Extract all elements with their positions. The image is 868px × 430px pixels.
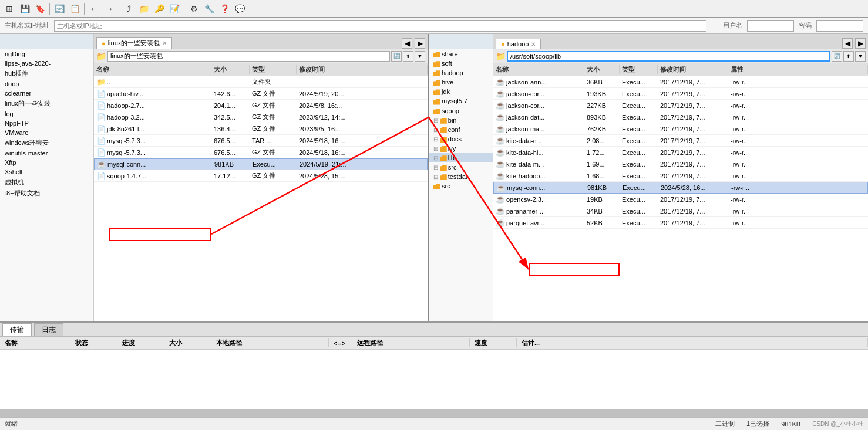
remote-sidebar-item[interactable]: ⊟ testdat [429,172,493,181]
left-file-row[interactable]: 📄 hadoop-3.2... 342.5... GZ 文件 2023/9/12… [94,111,428,123]
remote-sidebar-item[interactable]: ⊟ src [429,162,493,172]
settings-btn[interactable]: ⚙ [187,2,201,16]
right-path-up-btn[interactable]: ⬆ [843,51,854,62]
left-tab-active[interactable]: ● linux的一些安装包 ✕ [96,37,172,49]
remote-sidebar-item[interactable]: jdk [429,87,493,96]
credentials-area: 用户名 密码 [723,20,863,32]
left-sidebar-item[interactable]: cclearner [0,89,93,98]
folder-icon-sm [433,109,440,114]
back-btn[interactable]: ← [87,2,101,16]
left-file-row[interactable]: 📄 mysql-5.7.3... 676.5... TAR ... 2024/5… [94,135,428,147]
left-file-row[interactable]: 📄 hadoop-2.7... 204.1... GZ 文件 2024/5/8,… [94,100,428,111]
right-file-row[interactable]: ☕ kite-data-c... 2.08... Execu... 2017/1… [493,135,868,147]
right-file-row[interactable]: ☕ jackson-dat... 893KB Execu... 2017/12/… [493,111,868,123]
left-file-row[interactable]: 📄 sqoop-1.4.7... 17.12... GZ 文件 2024/5/2… [94,170,428,182]
file-name: jackson-cor... [506,102,544,109]
left-file-row[interactable]: 📄 apache-hiv... 142.6... GZ 文件 2024/5/19… [94,88,428,100]
right-file-row[interactable]: ☕ kite-hadoop... 1.68... Execu... 2017/1… [493,170,868,182]
left-sidebar-item[interactable]: VMware [0,128,93,137]
right-file-row[interactable]: ☕ jackson-ma... 762KB Execu... 2017/12/1… [493,123,868,135]
right-path-refresh-btn[interactable]: 🔄 [832,51,842,62]
left-sidebar-item[interactable]: 虚拟机 [0,177,93,188]
right-folder-icon-btn[interactable]: 📁 [496,52,506,61]
save-btn[interactable]: 💾 [18,2,32,16]
left-sidebar-item[interactable]: winutils-master [0,148,93,158]
remote-sidebar-item[interactable]: mysql5.7 [429,96,493,106]
right-file-row[interactable]: ☕ mysql-conn... 981KB Execu... 2024/5/28… [493,182,868,194]
tools-btn[interactable]: 🔧 [202,2,216,16]
left-col-type: 类型 [250,65,297,74]
left-file-row[interactable]: 📄 jdk-8u261-l... 136.4... GZ 文件 2023/9/5… [94,123,428,135]
left-sidebar-item[interactable]: doop [0,79,93,89]
remote-sidebar-item[interactable]: soft [429,59,493,68]
left-sidebar-item[interactable]: Xshell [0,167,93,177]
forward-btn[interactable]: → [102,2,116,16]
left-path-menu-btn[interactable]: ▼ [415,51,425,62]
remote-sidebar-item[interactable]: src [429,181,493,191]
edit-btn[interactable]: 📝 [167,2,181,16]
left-path-input[interactable] [107,51,390,62]
file-name: mysql-conn... [107,161,146,168]
left-sidebar-item[interactable]: NppFTP [0,118,93,128]
chat-btn[interactable]: 💬 [233,2,247,16]
right-file-row[interactable]: ☕ jackson-cor... 227KB Execu... 2017/12/… [493,100,868,111]
right-file-row[interactable]: ☕ opencsv-2.3... 19KB Execu... 2017/12/1… [493,194,868,205]
right-file-row[interactable]: ☕ parquet-avr... 52KB Execu... 2017/12/1… [493,217,868,229]
left-file-row[interactable]: ☕ mysql-conn... 981KB Execu... 2024/5/19… [94,158,428,170]
right-tab-active[interactable]: ● hadoop ✕ [496,39,541,49]
file-attr: -rw-r... [728,161,868,168]
folder-icon-sm [440,137,447,143]
transfer-tab-transfer[interactable]: 传输 [2,323,32,336]
left-sidebar-item[interactable]: :8+帮助文档 [0,188,93,199]
right-file-row[interactable]: ☕ paranamer-... 34KB Execu... 2017/12/19… [493,205,868,217]
left-tab-close[interactable]: ✕ [162,40,167,46]
left-forward-btn[interactable]: ▶ [415,38,425,49]
left-sidebar-item[interactable]: hub插件 [0,68,93,79]
left-sidebar-item[interactable]: ngDing [0,49,93,59]
remote-sidebar-item[interactable]: hive [429,77,493,87]
right-tab-close[interactable]: ✕ [531,41,536,48]
right-path-menu-btn[interactable]: ▼ [855,51,866,62]
password-input[interactable] [816,20,863,32]
left-back-btn[interactable]: ◀ [402,38,412,49]
refresh-btn[interactable]: 🔄 [52,2,66,16]
left-sidebar-item[interactable]: windows环境安 [0,137,93,148]
left-path-refresh-btn[interactable]: 🔄 [391,51,402,62]
key-btn[interactable]: 🔑 [152,2,166,16]
right-file-row[interactable]: ☕ kite-data-m... 1.69... Execu... 2017/1… [493,158,868,170]
transfer-tab-log[interactable]: 日志 [34,323,63,336]
remote-sidebar-item[interactable]: sqoop [429,106,493,116]
username-input[interactable] [747,20,794,32]
left-sidebar-item[interactable]: lipse-java-2020- [0,59,93,68]
folder-btn[interactable]: 📁 [137,2,151,16]
copy-btn[interactable]: 📋 [68,2,82,16]
right-file-row[interactable]: ☕ jackson-ann... 36KB Execu... 2017/12/1… [493,76,868,88]
left-sidebar-item[interactable]: Xftp [0,158,93,167]
right-file-row[interactable]: ☕ kite-data-hi... 1.72... Execu... 2017/… [493,147,868,158]
left-sidebar-item[interactable]: linux的一些安装 [0,98,93,109]
remote-sidebar-item[interactable]: ⊟ ivy [429,144,493,153]
file-type: TAR ... [250,137,297,144]
remote-sidebar-item[interactable]: ⊟ conf [429,125,493,134]
right-file-row[interactable]: ☕ jackson-cor... 193KB Execu... 2017/12/… [493,88,868,100]
right-back-btn[interactable]: ◀ [842,38,853,49]
upload-btn[interactable]: ⤴ [122,2,136,16]
help-btn[interactable]: ❓ [217,2,231,16]
bookmark-btn[interactable]: 🔖 [33,2,47,16]
host-input[interactable] [54,20,706,32]
left-file-row[interactable]: 📄 mysql-5.7.3... 676.5... GZ 文件 2024/5/1… [94,147,428,158]
left-path-up-btn[interactable]: ⬆ [403,51,413,62]
new-connection-btn[interactable]: ⊞ [2,2,16,16]
remote-sidebar-item[interactable]: share [429,49,493,59]
left-sidebar-item[interactable]: log [0,109,93,118]
file-type: GZ 文件 [250,171,297,180]
left-folder-icon-btn[interactable]: 📁 [96,52,106,61]
left-file-row[interactable]: 📁 .. 文件夹 [94,76,428,88]
remote-sidebar-item[interactable]: ⊟ lib [429,153,493,162]
remote-sidebar-item[interactable]: ⊟ bin [429,116,493,125]
remote-sidebar-item[interactable]: hadoop [429,68,493,77]
right-forward-btn[interactable]: ▶ [855,38,866,49]
remote-sidebar-item[interactable]: ⊟ docs [429,134,493,144]
right-path-input[interactable] [507,51,830,62]
java-icon: ☕ [496,206,505,216]
